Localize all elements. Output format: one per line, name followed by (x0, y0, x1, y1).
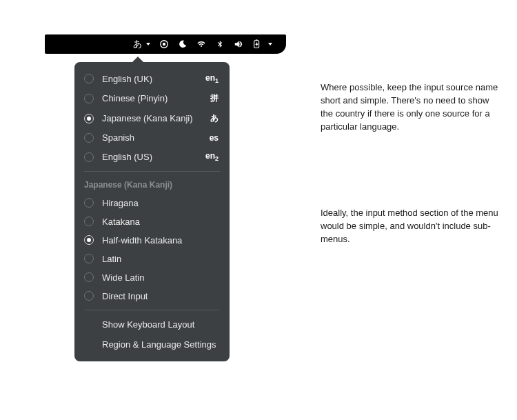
radio-icon (84, 254, 94, 263)
target-icon[interactable] (159, 39, 169, 49)
radio-icon (84, 291, 94, 301)
radio-icon (84, 272, 94, 282)
source-label: Chinese (Pinyin) (102, 93, 210, 103)
source-indicator: en1 (205, 73, 219, 84)
mode-label: Wide Latin (102, 272, 219, 283)
source-indicator: es (210, 133, 219, 143)
mode-item-latin[interactable]: Latin (74, 250, 230, 268)
night-light-icon[interactable] (178, 39, 187, 49)
volume-icon[interactable] (234, 39, 243, 49)
radio-icon (84, 198, 94, 208)
wifi-icon[interactable] (196, 39, 206, 49)
show-keyboard-layout-action[interactable]: Show Keyboard Layout (74, 314, 230, 334)
radio-icon (84, 114, 94, 123)
battery-icon[interactable] (252, 39, 262, 49)
source-item-japanese-kana-kanji[interactable]: Japanese (Kana Kanji) あ (74, 108, 230, 128)
menu-divider (84, 310, 220, 310)
radio-icon (84, 152, 94, 162)
mode-item-hiragana[interactable]: Hiragana (74, 194, 230, 212)
mode-item-wide-latin[interactable]: Wide Latin (74, 268, 230, 287)
mode-item-direct-input[interactable]: Direct Input (74, 287, 230, 306)
menu-divider (84, 171, 220, 172)
chevron-down-icon (146, 43, 150, 46)
mode-item-katakana[interactable]: Katakana (74, 212, 230, 231)
bluetooth-icon[interactable] (215, 39, 225, 49)
annotation-text: Ideally, the input method section of the… (321, 207, 500, 246)
radio-icon (84, 94, 94, 103)
svg-rect-3 (256, 39, 258, 40)
source-label: English (UK) (102, 74, 205, 84)
ime-indicator-glyph: あ (133, 38, 142, 50)
source-item-english-us[interactable]: English (US) en2 (74, 147, 230, 166)
mode-label: Latin (102, 254, 219, 264)
source-indicator: en2 (205, 151, 219, 162)
ime-indicator[interactable]: あ (133, 38, 150, 50)
mode-item-half-width-katakana[interactable]: Half-width Katakana (74, 231, 230, 250)
source-item-english-uk[interactable]: English (UK) en1 (74, 69, 230, 88)
mode-label: Hiragana (102, 198, 219, 208)
radio-icon (84, 217, 94, 226)
section-header: Japanese (Kana Kanji) (74, 176, 230, 194)
source-indicator: 拼 (210, 92, 219, 104)
chevron-down-icon[interactable] (268, 43, 272, 46)
mode-label: Direct Input (102, 291, 219, 301)
region-language-settings-action[interactable]: Region & Language Settings (74, 334, 230, 354)
source-item-chinese-pinyin[interactable]: Chinese (Pinyin) 拼 (74, 88, 230, 108)
radio-icon (84, 133, 94, 143)
source-label: English (US) (102, 152, 205, 162)
source-indicator: あ (210, 112, 219, 124)
mode-label: Half-width Katakana (102, 235, 219, 246)
radio-icon (84, 235, 94, 245)
radio-icon (84, 74, 94, 83)
source-label: Spanish (102, 132, 210, 143)
top-panel: あ (45, 34, 286, 54)
annotation-text: Where possible, keep the input source na… (321, 81, 500, 133)
source-item-spanish[interactable]: Spanish es (74, 128, 230, 147)
source-label: Japanese (Kana Kanji) (102, 113, 210, 123)
svg-point-1 (163, 43, 165, 46)
mode-label: Katakana (102, 217, 219, 227)
input-source-menu: English (UK) en1 Chinese (Pinyin) 拼 Japa… (74, 62, 230, 361)
